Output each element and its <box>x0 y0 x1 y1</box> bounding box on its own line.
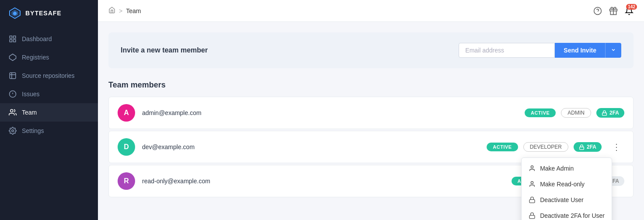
main-content: > Team 142 Invite a new team member Send… <box>98 0 644 220</box>
home-icon <box>108 7 115 14</box>
svg-rect-4 <box>14 36 16 38</box>
gift-icon[interactable] <box>609 7 618 15</box>
sidebar-item-registries[interactable]: Registries <box>0 48 98 66</box>
svg-rect-3 <box>10 36 12 38</box>
menu-item-make-admin-label: Make Admin <box>540 165 574 172</box>
context-menu: Make Admin Make Read-only Deactivate Use… <box>521 157 612 220</box>
person-icon <box>529 165 536 172</box>
sidebar-item-source-repos-label: Source repositories <box>22 72 75 79</box>
dashboard-icon <box>9 35 17 43</box>
notification-count: 142 <box>626 4 637 10</box>
bytesafe-logo-icon <box>9 7 21 19</box>
table-row: A admin@example.com ACTIVE ADMIN 2FA <box>108 97 634 129</box>
sidebar-item-dashboard-label: Dashboard <box>22 35 52 42</box>
svg-rect-21 <box>529 199 535 203</box>
invite-label: Invite a new team member <box>121 46 208 54</box>
lock-icon <box>579 144 585 150</box>
status-badge: ACTIVE <box>525 108 556 117</box>
svg-rect-18 <box>580 147 584 149</box>
svg-rect-6 <box>14 40 16 42</box>
page-content: Invite a new team member Send Invite Tea… <box>98 22 644 220</box>
sidebar-item-settings-label: Settings <box>22 127 44 134</box>
logo: BYTESAFE <box>0 0 98 26</box>
section-title: Team members <box>108 80 634 90</box>
sidebar-item-issues[interactable]: Issues <box>0 85 98 103</box>
notifications[interactable]: 142 <box>625 7 634 15</box>
svg-marker-7 <box>10 54 16 61</box>
sidebar-item-source-repositories[interactable]: Source repositories <box>0 66 98 85</box>
sidebar-item-settings[interactable]: Settings <box>0 122 98 140</box>
lock-icon <box>602 110 607 116</box>
lock-closed-icon <box>529 212 536 219</box>
role-badge: DEVELOPER <box>523 142 568 152</box>
app-name: BYTESAFE <box>25 10 62 17</box>
svg-point-20 <box>531 182 533 184</box>
table-row: D dev@example.com ACTIVE DEVELOPER 2FA ⋮ <box>108 131 634 163</box>
email-input[interactable] <box>459 43 555 58</box>
issues-icon <box>9 90 17 98</box>
more-options-button[interactable]: ⋮ <box>609 141 624 153</box>
role-badge: ADMIN <box>561 108 591 118</box>
registries-icon <box>9 53 17 61</box>
sidebar-item-dashboard[interactable]: Dashboard <box>0 30 98 48</box>
breadcrumb-separator: > <box>119 7 122 14</box>
topbar: > Team 142 <box>98 0 644 22</box>
svg-rect-17 <box>602 112 607 115</box>
member-badges: ACTIVE DEVELOPER 2FA <box>487 142 602 152</box>
send-invite-dropdown-button[interactable] <box>605 43 621 58</box>
menu-item-deactivate-2fa[interactable]: Deactivate 2FA for User <box>522 208 612 220</box>
menu-item-deactivate-user-label: Deactivate User <box>540 196 584 203</box>
invite-section: Invite a new team member Send Invite <box>108 32 634 68</box>
settings-icon <box>9 127 17 135</box>
person-icon <box>529 181 536 188</box>
svg-point-11 <box>10 109 13 112</box>
status-badge: ACTIVE <box>487 143 518 151</box>
lock-closed-icon <box>529 196 536 203</box>
sidebar-nav: Dashboard Registries Source repositories… <box>0 26 98 220</box>
members-list: A admin@example.com ACTIVE ADMIN 2FA D d… <box>108 97 634 197</box>
sidebar-item-team-label: Team <box>22 109 37 116</box>
twofa-badge: 2FA <box>596 108 624 118</box>
breadcrumb: > Team <box>108 7 141 15</box>
twofa-badge: 2FA <box>574 142 602 152</box>
team-members-section: Team members A admin@example.com ACTIVE … <box>108 80 634 197</box>
svg-rect-22 <box>529 215 535 218</box>
source-repos-icon <box>9 72 17 80</box>
svg-point-12 <box>12 130 14 132</box>
menu-item-deactivate-user[interactable]: Deactivate User <box>522 192 612 208</box>
avatar: D <box>118 138 135 156</box>
member-email: dev@example.com <box>142 143 480 150</box>
sidebar-item-issues-label: Issues <box>22 91 39 98</box>
chevron-down-icon <box>611 47 616 52</box>
menu-item-make-admin[interactable]: Make Admin <box>522 161 612 176</box>
send-invite-button[interactable]: Send Invite <box>555 43 605 58</box>
menu-item-make-read-only[interactable]: Make Read-only <box>522 176 612 192</box>
member-email: admin@example.com <box>142 109 518 116</box>
sidebar-item-registries-label: Registries <box>22 54 49 61</box>
member-email: read-only@example.com <box>142 178 505 185</box>
avatar: A <box>118 104 135 122</box>
help-icon[interactable] <box>593 7 602 15</box>
invite-controls: Send Invite <box>459 43 621 58</box>
breadcrumb-home[interactable] <box>108 7 115 15</box>
topbar-actions: 142 <box>593 7 634 15</box>
avatar: R <box>118 172 135 190</box>
svg-point-19 <box>531 166 533 168</box>
sidebar-item-team[interactable]: Team <box>0 103 98 122</box>
menu-item-make-read-only-label: Make Read-only <box>540 181 585 188</box>
sidebar: BYTESAFE Dashboard Registries Source rep… <box>0 0 98 220</box>
menu-item-deactivate-2fa-label: Deactivate 2FA for User <box>540 212 605 219</box>
team-icon <box>9 108 17 116</box>
breadcrumb-current: Team <box>126 7 141 14</box>
svg-rect-5 <box>10 40 12 42</box>
member-badges: ACTIVE ADMIN 2FA <box>525 108 624 118</box>
